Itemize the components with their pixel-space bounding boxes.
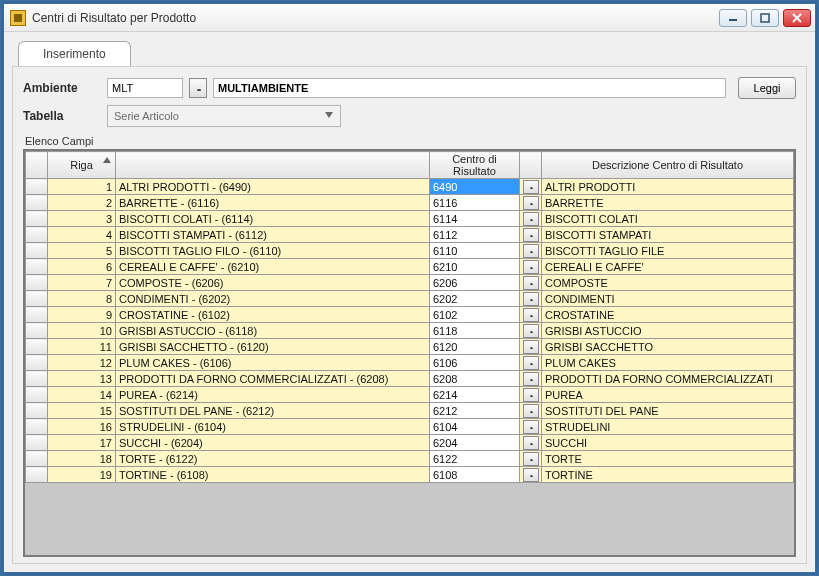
ambiente-desc-input[interactable] <box>213 78 726 98</box>
cell-descrizione[interactable]: PUREA <box>542 387 794 403</box>
cell-prodotto[interactable]: BARRETTE - (6116) <box>116 195 430 211</box>
cell-riga[interactable]: 9 <box>48 307 116 323</box>
row-header-cell[interactable] <box>26 403 48 419</box>
cell-prodotto[interactable]: BISCOTTI COLATI - (6114) <box>116 211 430 227</box>
table-row[interactable]: 10GRISBI ASTUCCIO - (6118)6118...GRISBI … <box>26 323 794 339</box>
row-header-cell[interactable] <box>26 259 48 275</box>
cell-riga[interactable]: 13 <box>48 371 116 387</box>
cell-prodotto[interactable]: CEREALI E CAFFE' - (6210) <box>116 259 430 275</box>
cell-riga[interactable]: 16 <box>48 419 116 435</box>
cell-descrizione[interactable]: SOSTITUTI DEL PANE <box>542 403 794 419</box>
cell-prodotto[interactable]: COMPOSTE - (6206) <box>116 275 430 291</box>
cell-centro[interactable]: 6206 <box>430 275 520 291</box>
lookup-button[interactable]: ... <box>523 436 539 450</box>
ambiente-code-input[interactable] <box>107 78 183 98</box>
lookup-button[interactable]: ... <box>523 420 539 434</box>
cell-descrizione[interactable]: PLUM CAKES <box>542 355 794 371</box>
cell-centro[interactable]: 6214 <box>430 387 520 403</box>
cell-descrizione[interactable]: GRISBI SACCHETTO <box>542 339 794 355</box>
col-rowselector[interactable] <box>26 152 48 179</box>
lookup-button[interactable]: ... <box>523 340 539 354</box>
cell-riga[interactable]: 10 <box>48 323 116 339</box>
lookup-button[interactable]: ... <box>523 324 539 338</box>
cell-centro[interactable]: 6108 <box>430 467 520 483</box>
cell-riga[interactable]: 18 <box>48 451 116 467</box>
row-header-cell[interactable] <box>26 195 48 211</box>
lookup-button[interactable]: ... <box>523 308 539 322</box>
table-row[interactable]: 7COMPOSTE - (6206)6206...COMPOSTE <box>26 275 794 291</box>
cell-prodotto[interactable]: CONDIMENTI - (6202) <box>116 291 430 307</box>
table-row[interactable]: 2BARRETTE - (6116)6116...BARRETTE <box>26 195 794 211</box>
cell-riga[interactable]: 14 <box>48 387 116 403</box>
cell-descrizione[interactable]: CROSTATINE <box>542 307 794 323</box>
table-row[interactable]: 9CROSTATINE - (6102)6102...CROSTATINE <box>26 307 794 323</box>
cell-descrizione[interactable]: TORTE <box>542 451 794 467</box>
cell-prodotto[interactable]: ALTRI PRODOTTI - (6490) <box>116 179 430 195</box>
lookup-button[interactable]: ... <box>523 276 539 290</box>
lookup-button[interactable]: ... <box>523 468 539 482</box>
row-header-cell[interactable] <box>26 467 48 483</box>
lookup-button[interactable]: ... <box>523 372 539 386</box>
cell-prodotto[interactable]: STRUDELINI - (6104) <box>116 419 430 435</box>
table-row[interactable]: 12PLUM CAKES - (6106)6106...PLUM CAKES <box>26 355 794 371</box>
cell-prodotto[interactable]: TORTE - (6122) <box>116 451 430 467</box>
cell-riga[interactable]: 7 <box>48 275 116 291</box>
cell-riga[interactable]: 6 <box>48 259 116 275</box>
cell-descrizione[interactable]: ALTRI PRODOTTI <box>542 179 794 195</box>
row-header-cell[interactable] <box>26 451 48 467</box>
leggi-button[interactable]: Leggi <box>738 77 796 99</box>
cell-descrizione[interactable]: STRUDELINI <box>542 419 794 435</box>
row-header-cell[interactable] <box>26 419 48 435</box>
lookup-button[interactable]: ... <box>523 388 539 402</box>
row-header-cell[interactable] <box>26 179 48 195</box>
tab-inserimento[interactable]: Inserimento <box>18 41 131 66</box>
cell-centro[interactable]: 6110 <box>430 243 520 259</box>
table-row[interactable]: 5BISCOTTI TAGLIO FILO - (6110)6110...BIS… <box>26 243 794 259</box>
row-header-cell[interactable] <box>26 435 48 451</box>
cell-descrizione[interactable]: COMPOSTE <box>542 275 794 291</box>
row-header-cell[interactable] <box>26 243 48 259</box>
cell-prodotto[interactable]: SUCCHI - (6204) <box>116 435 430 451</box>
cell-centro[interactable]: 6120 <box>430 339 520 355</box>
col-riga[interactable]: Riga <box>48 152 116 179</box>
table-row[interactable]: 18TORTE - (6122)6122...TORTE <box>26 451 794 467</box>
cell-prodotto[interactable]: GRISBI ASTUCCIO - (6118) <box>116 323 430 339</box>
table-row[interactable]: 16STRUDELINI - (6104)6104...STRUDELINI <box>26 419 794 435</box>
ambiente-lookup-button[interactable]: ... <box>189 78 207 98</box>
cell-riga[interactable]: 4 <box>48 227 116 243</box>
row-header-cell[interactable] <box>26 307 48 323</box>
table-row[interactable]: 17SUCCHI - (6204)6204...SUCCHI <box>26 435 794 451</box>
cell-centro[interactable]: 6210 <box>430 259 520 275</box>
cell-descrizione[interactable]: PRODOTTI DA FORNO COMMERCIALIZZATI <box>542 371 794 387</box>
table-row[interactable]: 1ALTRI PRODOTTI - (6490)6490...ALTRI PRO… <box>26 179 794 195</box>
row-header-cell[interactable] <box>26 291 48 307</box>
table-row[interactable]: 6CEREALI E CAFFE' - (6210)6210...CEREALI… <box>26 259 794 275</box>
col-centro[interactable]: Centro di Risultato <box>430 152 520 179</box>
cell-centro[interactable]: 6116 <box>430 195 520 211</box>
cell-centro[interactable]: 6202 <box>430 291 520 307</box>
cell-prodotto[interactable]: PRODOTTI DA FORNO COMMERCIALIZZATI - (62… <box>116 371 430 387</box>
cell-descrizione[interactable]: TORTINE <box>542 467 794 483</box>
cell-centro[interactable]: 6102 <box>430 307 520 323</box>
cell-centro[interactable]: 6104 <box>430 419 520 435</box>
table-row[interactable]: 4BISCOTTI STAMPATI - (6112)6112...BISCOT… <box>26 227 794 243</box>
cell-centro[interactable]: 6114 <box>430 211 520 227</box>
col-descrizione[interactable]: Descrizione Centro di Risultato <box>542 152 794 179</box>
row-header-cell[interactable] <box>26 275 48 291</box>
cell-centro[interactable]: 6106 <box>430 355 520 371</box>
cell-riga[interactable]: 17 <box>48 435 116 451</box>
cell-prodotto[interactable]: CROSTATINE - (6102) <box>116 307 430 323</box>
col-prodotto[interactable] <box>116 152 430 179</box>
cell-riga[interactable]: 1 <box>48 179 116 195</box>
row-header-cell[interactable] <box>26 211 48 227</box>
cell-descrizione[interactable]: BISCOTTI STAMPATI <box>542 227 794 243</box>
minimize-button[interactable] <box>719 9 747 27</box>
lookup-button[interactable]: ... <box>523 260 539 274</box>
row-header-cell[interactable] <box>26 323 48 339</box>
cell-riga[interactable]: 5 <box>48 243 116 259</box>
cell-prodotto[interactable]: BISCOTTI STAMPATI - (6112) <box>116 227 430 243</box>
table-row[interactable]: 8CONDIMENTI - (6202)6202...CONDIMENTI <box>26 291 794 307</box>
cell-descrizione[interactable]: BARRETTE <box>542 195 794 211</box>
lookup-button[interactable]: ... <box>523 212 539 226</box>
table-row[interactable]: 19TORTINE - (6108)6108...TORTINE <box>26 467 794 483</box>
